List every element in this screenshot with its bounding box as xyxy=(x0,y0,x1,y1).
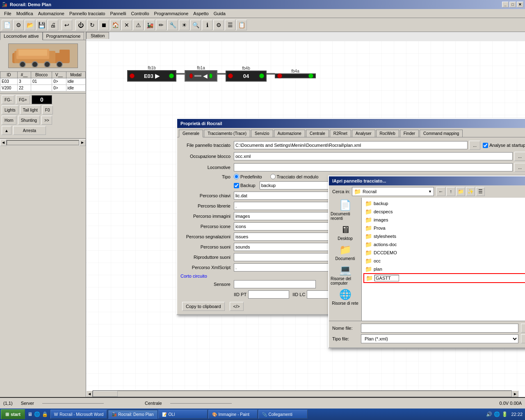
apri-button[interactable]: Apri xyxy=(521,324,525,333)
sidebar-recenti[interactable]: 📄 Documenti recenti xyxy=(331,199,360,221)
toolbar-alert[interactable]: ⚠ xyxy=(133,20,144,30)
tab-command-mapping[interactable]: Command mapping xyxy=(420,130,463,137)
nav-back-button[interactable]: ← xyxy=(436,187,445,196)
toolbar-list[interactable]: ☰ xyxy=(225,20,235,30)
taskbar-icon-2[interactable]: 🌐 xyxy=(34,411,40,417)
tipo-file-select[interactable]: Plan (*.xml) xyxy=(361,334,518,343)
lights-button[interactable]: Lights xyxy=(2,105,18,114)
toolbar-new[interactable]: 📄 xyxy=(2,20,12,30)
file-pannello-browse-btn[interactable]: ... xyxy=(469,141,480,150)
gastt-rename-input[interactable] xyxy=(374,275,399,281)
file-item-occ[interactable]: 📁 occ xyxy=(363,257,525,265)
file-item-decspecs[interactable]: 📁 decspecs xyxy=(363,208,525,216)
menu-pannello-tracciato[interactable]: Pannello tracciato xyxy=(67,10,107,17)
toolbar-tools[interactable]: 🔧 xyxy=(167,20,178,30)
station-tab[interactable]: Station xyxy=(86,32,109,39)
file-item-dccdemo[interactable]: 📁 DCCDEMO xyxy=(363,249,525,257)
file-item-prova[interactable]: 📁 Prova xyxy=(363,224,525,232)
sidebar-documenti[interactable]: 📁 Documenti xyxy=(331,244,360,261)
nome-file-input[interactable] xyxy=(361,324,518,333)
taskbar-collegamenti[interactable]: 📎 Collegamenti xyxy=(258,410,308,419)
tab-centrale[interactable]: Centrale xyxy=(306,130,329,137)
scroll-right-button[interactable]: ▶ xyxy=(79,139,86,146)
toolbar-edit[interactable]: ✏ xyxy=(156,20,167,30)
toolbar-loco[interactable]: 🚂 xyxy=(144,20,155,30)
table-row[interactable]: E03 3 01 0> idle xyxy=(0,78,86,85)
horn-button[interactable]: Horn xyxy=(2,116,16,125)
file-item-plan[interactable]: 📁 plan xyxy=(363,265,525,273)
minimize-button[interactable]: _ xyxy=(502,2,509,7)
start-button[interactable]: ⊞ start xyxy=(1,409,25,419)
toolbar-settings[interactable]: ⚙ xyxy=(13,20,24,30)
occupazione-browse-btn[interactable]: ... xyxy=(514,152,525,161)
h-scroll-track[interactable] xyxy=(93,390,512,397)
file-pannello-input[interactable] xyxy=(234,141,468,149)
cerca-in-combo[interactable]: 📁 Rocrail ▼ xyxy=(352,187,434,196)
toolbar-cancel[interactable]: ✕ xyxy=(121,20,132,30)
toolbar-back[interactable]: ↩ xyxy=(62,20,72,30)
nav-up-button[interactable]: ↑ xyxy=(446,187,455,196)
toolbar-print[interactable]: 🖨 xyxy=(48,20,58,30)
menu-file[interactable]: File xyxy=(2,10,14,17)
backup-checkbox[interactable] xyxy=(234,183,239,188)
toolbar-stop[interactable]: ⏹ xyxy=(98,20,109,30)
sidebar-rete[interactable]: 🌐 Risorse di rete xyxy=(331,289,360,306)
file-item-stylesheets[interactable]: 📁 stylesheets xyxy=(363,232,525,240)
arresta-button[interactable]: Arresta xyxy=(13,126,46,135)
taskbar-oli[interactable]: 📝 OLI xyxy=(158,410,208,419)
shunting-button[interactable]: Shunting xyxy=(18,116,40,125)
tab-locomotive[interactable]: Locomotive attive xyxy=(0,32,43,40)
up-button[interactable]: ▲ xyxy=(2,126,11,135)
menu-programmazione[interactable]: Programmazione xyxy=(152,10,191,17)
scroll-h-left[interactable]: ◀ xyxy=(86,390,93,397)
taskbar-word[interactable]: W Rocrail - Microsoft Word xyxy=(50,410,107,419)
toolbar-gear2[interactable]: ⚙ xyxy=(213,20,224,30)
table-row[interactable]: V200 22 0> idle xyxy=(0,85,86,91)
tail-light-button[interactable]: Tail light xyxy=(20,105,41,114)
close-button[interactable]: ✕ xyxy=(517,2,523,7)
taskbar-icon-1[interactable]: 🖥 xyxy=(27,411,32,417)
toolbar-sun[interactable]: ☀ xyxy=(179,20,189,30)
taskbar-rocrail[interactable]: 🚂 Rocrail: Demo Plan xyxy=(108,410,157,419)
file-item-actions-doc[interactable]: 📁 actions-doc xyxy=(363,240,525,249)
tab-servizio[interactable]: Servizio xyxy=(251,130,273,137)
occupazione-input[interactable] xyxy=(234,152,513,160)
menu-controllo[interactable]: Controllo xyxy=(129,10,152,17)
fg-plus-button[interactable]: FG+ xyxy=(16,95,30,104)
file-item-backup[interactable]: 📁 backup xyxy=(363,199,525,208)
menu-automazione[interactable]: Automazione xyxy=(36,10,67,17)
locomotive-input[interactable] xyxy=(234,163,513,171)
tab-generale[interactable]: Generale xyxy=(179,130,203,137)
taskbar-icon-3[interactable]: 🔒 xyxy=(42,411,48,417)
f0-button[interactable]: F0 xyxy=(42,105,53,114)
nav-folder-button[interactable]: 📁 xyxy=(456,187,465,196)
file-item-gastt[interactable]: 📁 xyxy=(363,273,525,283)
nav-newfolder-button[interactable]: ✨ xyxy=(466,187,475,196)
sensore-input[interactable] xyxy=(234,280,316,288)
menu-modifica[interactable]: Modifica xyxy=(14,10,36,17)
tab-finder[interactable]: Finder xyxy=(400,130,419,137)
toolbar-doc[interactable]: 📋 xyxy=(236,20,247,30)
tab-rocweb[interactable]: RocWeb xyxy=(376,130,399,137)
toolbar-search[interactable]: 🔍 xyxy=(190,20,201,30)
annulla-button[interactable]: Annulla xyxy=(521,334,525,343)
nav-view-button[interactable]: ☰ xyxy=(476,187,485,196)
tab-tracciamento[interactable]: Tracciamento (Trace) xyxy=(204,130,250,137)
toolbar-save[interactable]: 💾 xyxy=(36,20,47,30)
xml-button[interactable]: </> xyxy=(230,302,244,311)
tab-programmazione[interactable]: Programmazione xyxy=(43,32,84,40)
tipo-tracciato-radio[interactable] xyxy=(270,174,276,179)
toolbar-home[interactable]: 🏠 xyxy=(110,20,121,30)
copy-to-clipboard-button[interactable]: Copy to clipboard xyxy=(182,302,225,311)
locomotive-browse-btn[interactable]: ... xyxy=(514,163,525,172)
h-scroll-thumb[interactable] xyxy=(93,391,118,397)
menu-pannelli[interactable]: Pannelli xyxy=(107,10,128,17)
maximize-button[interactable]: □ xyxy=(509,2,516,7)
menu-aspetto[interactable]: Aspetto xyxy=(191,10,211,17)
scroll-h-right[interactable]: ▶ xyxy=(512,390,518,397)
toolbar-open[interactable]: 📂 xyxy=(25,20,35,30)
iid-pt-input[interactable] xyxy=(248,290,289,299)
toolbar-refresh[interactable]: ↻ xyxy=(87,20,98,30)
sidebar-computer[interactable]: 💻 Risorse del computer xyxy=(331,264,360,285)
taskbar-paint[interactable]: 🎨 Immagine - Paint xyxy=(208,410,258,419)
